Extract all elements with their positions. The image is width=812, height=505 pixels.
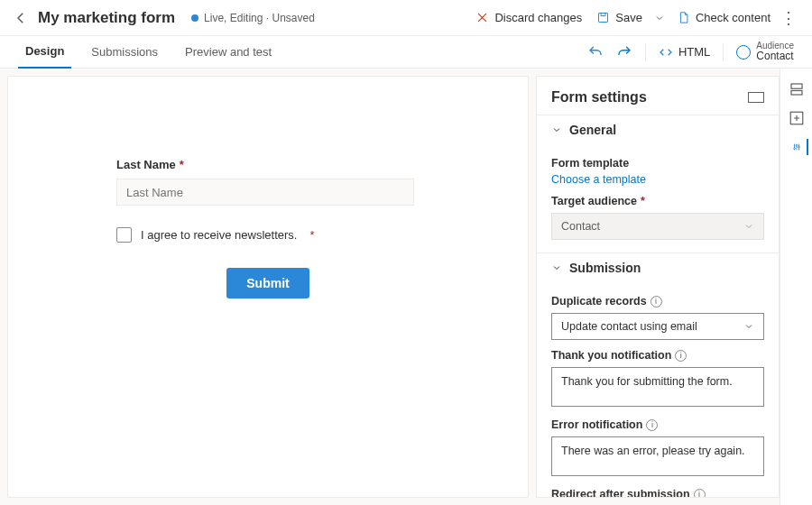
target-audience-label: Target audience* xyxy=(551,195,764,207)
back-icon[interactable] xyxy=(13,10,29,26)
close-icon xyxy=(475,11,489,24)
undo-button[interactable] xyxy=(587,44,604,60)
thankyou-label: Thank you notificationi xyxy=(551,349,764,362)
target-audience-select[interactable]: Contact xyxy=(551,213,764,240)
save-button[interactable]: Save xyxy=(589,7,650,28)
choose-template-link[interactable]: Choose a template xyxy=(551,173,646,186)
chevron-down-icon xyxy=(551,262,562,273)
error-label: Error notificationi xyxy=(551,418,764,431)
info-icon[interactable]: i xyxy=(646,419,658,431)
chevron-down-icon xyxy=(743,221,754,232)
svg-point-4 xyxy=(793,148,795,150)
target-icon xyxy=(736,45,751,60)
form-canvas[interactable]: Last Name* I agree to receive newsletter… xyxy=(7,76,529,498)
svg-rect-1 xyxy=(791,84,802,88)
info-icon[interactable]: i xyxy=(694,489,706,499)
lastname-input[interactable] xyxy=(116,179,414,206)
page-title: My marketing form xyxy=(38,9,175,27)
info-icon[interactable]: i xyxy=(675,350,687,362)
discard-changes-button[interactable]: Discard changes xyxy=(468,7,589,28)
tab-submissions[interactable]: Submissions xyxy=(84,37,165,68)
chevron-down-icon xyxy=(654,13,665,23)
duplicate-records-select[interactable]: Update contact using email xyxy=(551,313,764,340)
consent-checkbox[interactable] xyxy=(116,227,132,243)
section-general-toggle[interactable]: General xyxy=(537,115,779,144)
consent-label: I agree to receive newsletters. xyxy=(141,228,297,242)
document-icon xyxy=(677,11,690,24)
audience-selector[interactable]: Audience Contact xyxy=(736,41,794,62)
tab-design[interactable]: Design xyxy=(18,36,71,69)
svg-point-5 xyxy=(796,145,798,147)
status-indicator-icon xyxy=(191,14,198,22)
check-content-button[interactable]: Check content xyxy=(669,7,778,28)
svg-rect-0 xyxy=(599,14,608,23)
panel-layout-icon[interactable] xyxy=(748,92,764,103)
add-rail-button[interactable] xyxy=(789,110,805,126)
form-template-label: Form template xyxy=(551,157,764,170)
error-textarea[interactable] xyxy=(551,436,764,476)
code-icon xyxy=(659,45,673,60)
redo-button[interactable] xyxy=(616,44,632,60)
save-dropdown-button[interactable] xyxy=(650,13,669,23)
thankyou-textarea[interactable] xyxy=(551,367,764,407)
right-icon-rail xyxy=(780,69,812,505)
svg-rect-2 xyxy=(791,91,802,96)
duplicate-records-label: Duplicate recordsi xyxy=(551,295,764,308)
settings-rail-button[interactable] xyxy=(792,139,808,155)
html-view-button[interactable]: HTML xyxy=(659,45,710,60)
chevron-down-icon xyxy=(551,124,562,135)
section-submission-toggle[interactable]: Submission xyxy=(537,252,779,282)
status-text: Live, Editing · Unsaved xyxy=(204,12,315,24)
elements-rail-button[interactable] xyxy=(789,81,805,97)
submit-button[interactable]: Submit xyxy=(226,268,309,298)
redirect-label: Redirect after submissioni xyxy=(551,488,764,498)
settings-panel: Form settings General Form template Choo… xyxy=(536,76,780,498)
info-icon[interactable]: i xyxy=(651,296,662,308)
save-icon xyxy=(596,11,610,24)
more-actions-button[interactable]: ⋮ xyxy=(778,10,799,26)
svg-point-6 xyxy=(798,146,799,148)
lastname-label: Last Name* xyxy=(116,158,420,171)
chevron-down-icon xyxy=(743,321,754,332)
settings-title: Form settings xyxy=(551,89,647,106)
tab-preview[interactable]: Preview and test xyxy=(178,37,279,68)
